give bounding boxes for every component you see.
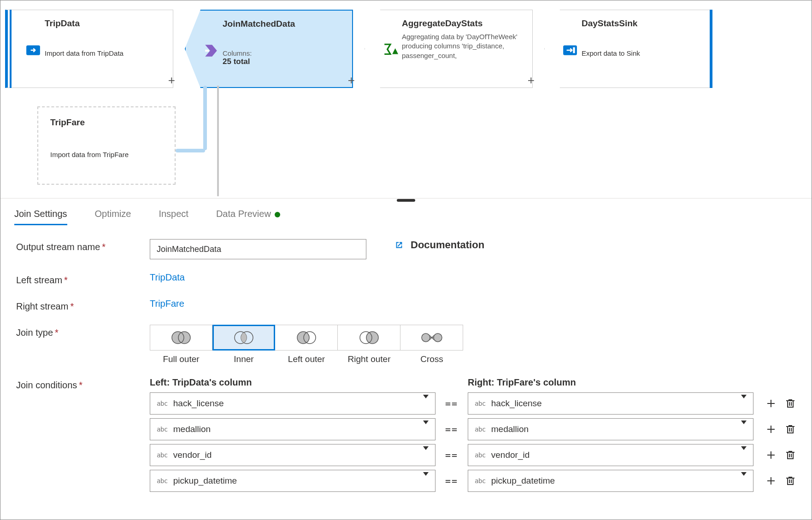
chevron-down-icon: [741, 446, 747, 460]
join-type-cross[interactable]: Cross: [400, 325, 463, 364]
add-condition-button[interactable]: [765, 398, 777, 409]
tab-inspect[interactable]: Inspect: [159, 209, 188, 225]
join-type-full-outer[interactable]: Full outer: [150, 325, 212, 364]
delete-condition-button[interactable]: [785, 475, 796, 486]
right-stream-value[interactable]: TripFare: [150, 298, 184, 309]
node-title: JoinMatchedData: [223, 19, 341, 29]
node-tripdata[interactable]: TripData Import data from TripData +: [5, 10, 173, 88]
aggregate-icon: [382, 42, 398, 58]
chevron-down-icon: [741, 395, 747, 408]
node-desc: Aggregating data by 'DayOfTheWeek' produ…: [402, 32, 521, 60]
delete-condition-button[interactable]: [785, 424, 796, 435]
left-column-select[interactable]: abc hack_license: [150, 392, 435, 415]
venn-inner-icon: [231, 330, 256, 345]
svg-rect-3: [573, 47, 575, 53]
add-condition-button[interactable]: [765, 475, 777, 486]
chevron-down-icon: [423, 472, 429, 485]
chevron-down-icon: [423, 421, 429, 434]
join-type-label: Join type*: [16, 325, 150, 338]
type-badge: abc: [475, 426, 486, 433]
venn-cross-icon: [419, 330, 444, 345]
external-link-icon: [394, 240, 404, 250]
join-condition-row: abc hack_license == abc hack_license: [150, 392, 796, 415]
chevron-down-icon: [423, 395, 429, 408]
venn-left-outer-icon: [294, 330, 319, 345]
join-type-inner[interactable]: Inner: [212, 325, 275, 364]
source-icon: [25, 42, 41, 58]
type-badge: abc: [475, 400, 486, 407]
columns-total: 25 total: [223, 57, 341, 66]
join-condition-row: abc vendor_id == abc vendor_id: [150, 444, 796, 466]
right-column-name: hack_license: [491, 398, 542, 409]
join-type-selector: Full outer Inner: [150, 325, 463, 364]
right-column-name: medallion: [491, 424, 529, 434]
documentation-link[interactable]: Documentation: [394, 239, 484, 251]
join-conditions-label: Join conditions*: [16, 377, 150, 391]
chevron-down-icon: [423, 446, 429, 460]
chevron-down-icon: [741, 421, 747, 434]
settings-tabs: Join Settings Optimize Inspect Data Prev…: [0, 199, 812, 225]
connector: [203, 86, 207, 150]
join-settings-panel: Output stream name* Documentation Left s…: [0, 225, 812, 520]
node-title: DayStatsSink: [582, 18, 701, 29]
right-column-select[interactable]: abc hack_license: [468, 392, 753, 415]
svg-point-18: [422, 333, 430, 342]
join-type-right-outer[interactable]: Right outer: [338, 325, 400, 364]
right-stream-label: Right stream*: [16, 298, 150, 312]
left-stream-value[interactable]: TripData: [150, 272, 185, 283]
node-aggregatedaystats[interactable]: AggregateDayStats Aggregating data by 'D…: [365, 10, 533, 88]
add-condition-button[interactable]: [765, 450, 777, 461]
tab-join-settings[interactable]: Join Settings: [14, 209, 67, 225]
output-stream-label: Output stream name*: [16, 239, 150, 252]
left-column-select[interactable]: abc pickup_datetime: [150, 470, 435, 492]
type-badge: abc: [157, 400, 168, 407]
connector: [217, 86, 219, 196]
tab-data-preview[interactable]: Data Preview: [216, 209, 280, 225]
node-desc: Import data from TripFare: [50, 151, 163, 158]
output-stream-name-input[interactable]: [150, 239, 366, 259]
svg-rect-1: [205, 50, 209, 52]
left-column-name: pickup_datetime: [173, 476, 237, 486]
left-column-name: vendor_id: [173, 450, 212, 460]
sink-icon: [562, 42, 578, 58]
connector: [176, 149, 205, 152]
right-column-select[interactable]: abc vendor_id: [468, 444, 753, 466]
right-column-name: pickup_datetime: [491, 476, 555, 486]
delete-condition-button[interactable]: [785, 398, 796, 409]
node-tripfare[interactable]: TripFare Import data from TripFare: [37, 106, 176, 185]
node-joinmatcheddata[interactable]: JoinMatchedData Columns: 25 total +: [185, 10, 353, 88]
add-after-button[interactable]: +: [528, 74, 535, 86]
join-condition-row: abc pickup_datetime == abc pickup_dateti…: [150, 470, 796, 492]
type-badge: abc: [475, 451, 486, 459]
right-column-header: Right: TripFare's column: [468, 377, 576, 388]
left-column-name: hack_license: [173, 398, 224, 409]
columns-label: Columns:: [223, 49, 341, 57]
right-column-select[interactable]: abc medallion: [468, 418, 753, 440]
venn-right-outer-icon: [357, 330, 382, 345]
add-condition-button[interactable]: [765, 424, 777, 435]
left-column-select[interactable]: abc vendor_id: [150, 444, 435, 466]
tab-optimize[interactable]: Optimize: [95, 209, 131, 225]
left-column-name: medallion: [173, 424, 211, 434]
join-icon: [203, 43, 219, 58]
add-after-button[interactable]: +: [348, 74, 355, 86]
right-column-name: vendor_id: [491, 450, 530, 460]
node-title: TripData: [45, 18, 162, 29]
type-badge: abc: [157, 451, 168, 459]
join-type-left-outer[interactable]: Left outer: [275, 325, 338, 364]
dataflow-canvas[interactable]: TripData Import data from TripData + Joi…: [0, 0, 812, 199]
equality-operator: ==: [435, 424, 468, 435]
node-desc: Export data to Sink: [582, 49, 701, 58]
node-desc: Import data from TripData: [45, 49, 162, 58]
left-stream-label: Left stream*: [16, 272, 150, 286]
add-after-button[interactable]: +: [168, 74, 175, 86]
delete-condition-button[interactable]: [785, 450, 796, 461]
type-badge: abc: [157, 477, 168, 485]
left-column-header: Left: TripData's column: [150, 377, 468, 388]
panel-resize-handle[interactable]: [397, 199, 415, 202]
right-column-select[interactable]: abc pickup_datetime: [468, 470, 753, 492]
node-daystatssink[interactable]: DayStatsSink Export data to Sink: [544, 10, 712, 88]
left-column-select[interactable]: abc medallion: [150, 418, 435, 440]
node-title: TripFare: [50, 117, 163, 128]
node-title: AggregateDayStats: [402, 18, 521, 29]
